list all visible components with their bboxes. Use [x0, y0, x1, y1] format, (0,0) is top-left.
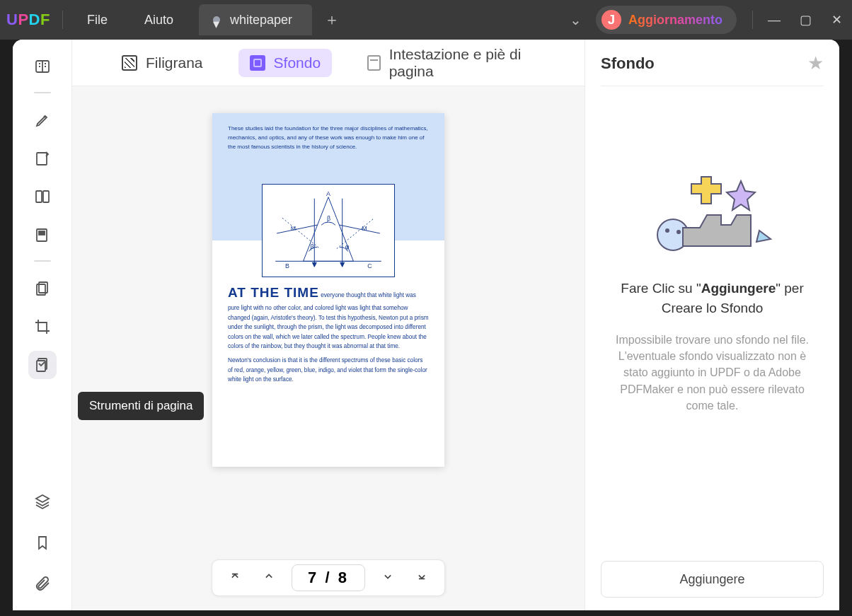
page-navigator: 7 / 8: [212, 559, 445, 596]
upgrade-button[interactable]: J Aggiornamento: [596, 6, 737, 34]
app-logo: UPDF: [0, 11, 57, 29]
sidebar-redact-icon[interactable]: [28, 221, 57, 249]
tool-label: Intestazione e piè di pagina: [389, 46, 535, 80]
tool-label: Filigrana: [146, 54, 203, 71]
window-maximize[interactable]: ▢: [790, 12, 821, 28]
empty-state-illustration: [649, 175, 776, 266]
sidebar-edit-icon[interactable]: [28, 144, 57, 173]
add-background-button[interactable]: Aggiungere: [601, 561, 824, 598]
total-pages: 8: [338, 569, 349, 587]
favorite-icon[interactable]: ★: [807, 52, 824, 74]
sidebar-crop-icon[interactable]: [28, 313, 57, 341]
tool-label: Sfondo: [274, 54, 321, 71]
panel-separator: [601, 86, 824, 86]
page-diagram: A M M β β φ B C: [262, 184, 395, 277]
svg-text:C: C: [367, 262, 372, 269]
svg-text:φ: φ: [345, 243, 350, 250]
svg-rect-5: [39, 231, 45, 235]
left-sidebar: Strumenti di pagina: [13, 40, 72, 610]
first-page-button[interactable]: [218, 561, 252, 595]
svg-text:β: β: [310, 243, 313, 250]
sidebar-organize-icon[interactable]: [28, 182, 57, 211]
svg-text:A: A: [326, 190, 330, 197]
svg-rect-3: [43, 191, 49, 202]
sidebar-pages-icon[interactable]: [28, 274, 57, 303]
menu-help[interactable]: Aiuto: [126, 13, 192, 28]
svg-text:M: M: [291, 225, 296, 232]
svg-line-13: [277, 225, 317, 233]
page-counter[interactable]: 7 / 8: [292, 564, 365, 591]
page-heading: AT THE TIME: [228, 285, 319, 300]
new-tab-button[interactable]: ＋: [319, 9, 345, 30]
header-footer-icon: [367, 55, 381, 71]
app-frame: Strumenti di pagina Filigrana Sfondo: [13, 40, 839, 610]
background-panel: Sfondo ★ Fare Clic su "Aggiungere" per C…: [585, 40, 839, 610]
svg-text:B: B: [285, 262, 289, 269]
prev-page-button[interactable]: [252, 561, 286, 595]
page-body-text-2: Newton's conclusion is that it is the di…: [228, 357, 427, 383]
empty-state-note: Impossibile trovare uno sfondo nel file.…: [601, 332, 824, 414]
sidebar-attachment-icon[interactable]: [28, 569, 57, 598]
svg-rect-2: [36, 191, 42, 202]
document-canvas[interactable]: These studies laid the foundation for th…: [72, 86, 585, 610]
tool-header-footer[interactable]: Intestazione e piè di pagina: [356, 40, 546, 86]
svg-line-14: [340, 225, 380, 233]
window-minimize[interactable]: —: [759, 13, 790, 28]
separator: [752, 11, 753, 29]
sidebar-separator: [34, 92, 51, 93]
menu-file[interactable]: File: [69, 13, 126, 28]
sidebar-page-tools-icon[interactable]: [28, 351, 57, 379]
tool-watermark[interactable]: Filigrana: [110, 49, 214, 77]
separator: [62, 11, 63, 29]
sidebar-annotate-icon[interactable]: [28, 106, 57, 134]
tab-title: whitepaper: [230, 13, 292, 28]
tab-menu-icon[interactable]: ▾: [213, 16, 220, 23]
watermark-icon: [122, 55, 137, 71]
sidebar-separator: [34, 260, 51, 262]
empty-state-heading: Fare Clic su "Aggiungere" per Creare lo …: [601, 279, 824, 318]
svg-text:β: β: [327, 215, 330, 222]
svg-rect-1: [37, 153, 47, 165]
svg-point-26: [665, 228, 669, 233]
svg-text:M: M: [362, 225, 367, 232]
page-sep: /: [318, 569, 338, 587]
panel-title: Sfondo: [601, 54, 655, 73]
svg-point-27: [677, 230, 681, 234]
last-page-button[interactable]: [405, 561, 439, 595]
sidebar-layers-icon[interactable]: [28, 487, 57, 516]
next-page-button[interactable]: [371, 561, 405, 595]
document-tab[interactable]: ▾ whitepaper: [199, 4, 312, 35]
center-area: Filigrana Sfondo Intestazione e piè di p…: [72, 40, 585, 610]
sidebar-bookmark-icon[interactable]: [28, 528, 57, 557]
tabs-dropdown[interactable]: ⌄: [555, 11, 596, 28]
title-bar: UPDF File Aiuto ▾ whitepaper ＋ ⌄ J Aggio…: [0, 0, 852, 40]
page-tools-toolbar: Filigrana Sfondo Intestazione e piè di p…: [72, 40, 585, 86]
background-icon: [250, 55, 265, 71]
tool-background[interactable]: Sfondo: [238, 49, 333, 77]
avatar: J: [601, 10, 621, 30]
page-body-text-1: everyone thought that white light was pu…: [228, 292, 429, 349]
window-close[interactable]: ✕: [821, 12, 852, 28]
current-page: 7: [308, 569, 318, 587]
document-page: These studies laid the foundation for th…: [212, 113, 444, 467]
upgrade-label: Aggiornamento: [628, 13, 723, 28]
sidebar-reader-icon[interactable]: [28, 52, 57, 81]
